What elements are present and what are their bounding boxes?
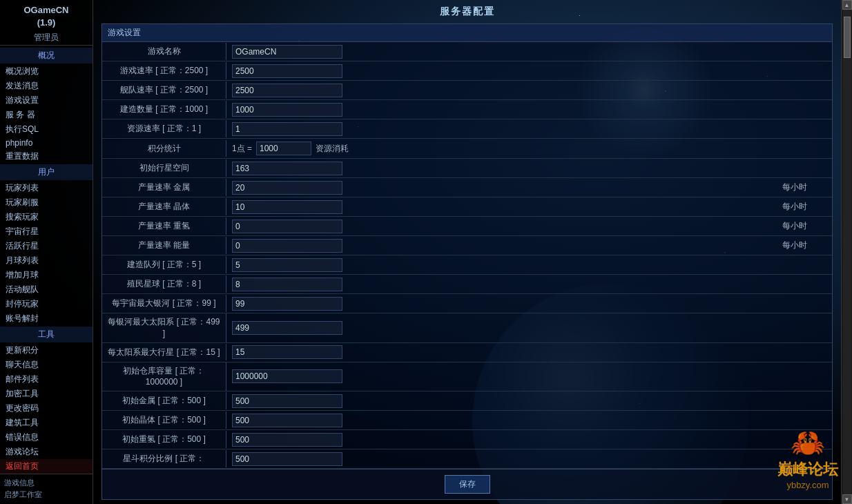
sidebar-item-build-tool[interactable]: 建筑工具 (0, 416, 93, 430)
config-row-metal-prod: 产量速率 金属 每小时 (102, 178, 832, 197)
config-row-resource-rate: 资源速率 [ 正常：1 ] (102, 119, 832, 139)
sidebar-item-game-settings[interactable]: 游戏设置 (0, 93, 93, 108)
input-build-count[interactable] (232, 103, 342, 117)
input-init-crystal[interactable] (232, 414, 342, 427)
sidebar-item-active-planet[interactable]: 活跃行星 (0, 239, 93, 253)
label-planet-space: 初始行星空间 (102, 159, 226, 177)
config-row-warehouse: 初始仓库容量 [ 正常：1000000 ] (102, 362, 832, 392)
input-resource-rate[interactable] (232, 122, 342, 136)
input-game-name[interactable] (232, 45, 342, 59)
value-game-speed (226, 62, 832, 80)
input-metal-prod[interactable] (232, 181, 342, 195)
input-warehouse[interactable] (232, 369, 342, 383)
sidebar-item-server[interactable]: 服 务 器 (0, 108, 93, 122)
sidebar-item-send-message[interactable]: 发送消息 (0, 79, 93, 93)
sidebar-item-ban-player[interactable]: 封停玩家 (0, 297, 93, 311)
sidebar-item-mail-list[interactable]: 邮件列表 (0, 372, 93, 387)
extra-metal-prod: 每小时 (777, 180, 832, 195)
config-section: 游戏设置 游戏名称 游戏速率 [ 正常：2500 ] 舰队速率 [ 正常：250… (101, 23, 833, 500)
input-max-solar[interactable] (232, 321, 342, 335)
value-game-name (226, 43, 832, 61)
game-info-link[interactable]: 游戏信息 (4, 477, 88, 489)
value-energy-prod (226, 237, 777, 255)
config-row-max-galaxy: 每宇宙最大银河 [ 正常：99 ] (102, 294, 832, 313)
config-row-init-crystal: 初始晶体 [ 正常：500 ] (102, 411, 832, 430)
label-crystal-prod: 产量速率 晶体 (102, 198, 226, 215)
value-resource-rate (226, 120, 832, 138)
value-points: 1点 = 资源消耗 (226, 139, 832, 158)
sidebar-item-execute-sql[interactable]: 执行SQL (0, 122, 93, 137)
config-row-deut-prod: 产量速率 重氢 每小时 (102, 217, 832, 236)
label-init-deut: 初始重氢 [ 正常：500 ] (102, 431, 226, 448)
config-row-build-queue: 建造队列 [ 正常：5 ] (102, 255, 832, 275)
config-row-score-ratio: 星斗积分比例 [ 正常： (102, 449, 832, 469)
value-colony-planets (226, 275, 832, 293)
input-planet-space[interactable] (232, 162, 342, 175)
sidebar-admin: 管理员 (0, 30, 93, 46)
sidebar-logo: OGameCN (1.9) (0, 0, 93, 30)
input-init-metal[interactable] (232, 394, 342, 408)
scroll-up[interactable]: ▲ (842, 0, 852, 10)
input-fleet-speed[interactable] (232, 84, 342, 97)
scrollbar[interactable]: ▲ ▼ (841, 0, 852, 504)
input-points-value[interactable] (256, 142, 311, 155)
value-score-ratio (226, 450, 832, 468)
studio-link[interactable]: 启梦工作室 (4, 489, 88, 501)
label-max-galaxy: 每宇宙最大银河 [ 正常：99 ] (102, 295, 226, 312)
value-deut-prod (226, 217, 777, 235)
sidebar-item-moon-list[interactable]: 月球列表 (0, 253, 93, 268)
sidebar-item-add-moon[interactable]: 增加月球 (0, 268, 93, 282)
config-row-fleet-speed: 舰队速率 [ 正常：2500 ] (102, 81, 832, 100)
sidebar-item-unban-account[interactable]: 账号解封 (0, 311, 93, 326)
input-crystal-prod[interactable] (232, 200, 342, 214)
label-score-ratio: 星斗积分比例 [ 正常： (102, 450, 226, 467)
label-build-count: 建造数量 [ 正常：1000 ] (102, 101, 226, 118)
label-init-metal: 初始金属 [ 正常：500 ] (102, 392, 226, 409)
sidebar-item-return-home[interactable]: 返回首页 (0, 459, 93, 474)
input-max-planets[interactable] (232, 345, 342, 359)
value-init-metal (226, 392, 832, 410)
value-max-galaxy (226, 295, 832, 313)
submit-button[interactable]: 保存 (445, 475, 490, 494)
sidebar-item-game-forum[interactable]: 游戏论坛 (0, 445, 93, 459)
sidebar-item-phpinfo[interactable]: phpinfo (0, 137, 93, 149)
sidebar-item-reset-data[interactable]: 重置数据 (0, 149, 93, 164)
config-row-energy-prod: 产量速率 能量 每小时 (102, 236, 832, 255)
config-section-title: 游戏设置 (102, 24, 832, 42)
extra-deut-prod: 每小时 (777, 218, 832, 234)
sidebar-bottom: 游戏信息 启梦工作室 (0, 474, 93, 503)
value-fleet-speed (226, 81, 832, 99)
input-deut-prod[interactable] (232, 220, 342, 233)
input-max-galaxy[interactable] (232, 297, 342, 311)
sidebar-item-overview-browse[interactable]: 概况浏览 (0, 64, 93, 79)
label-metal-prod: 产量速率 金属 (102, 179, 226, 196)
sidebar-item-chat-info[interactable]: 聊天信息 (0, 358, 93, 372)
config-row-crystal-prod: 产量速率 晶体 每小时 (102, 197, 832, 217)
input-build-queue[interactable] (232, 258, 342, 272)
sidebar-item-update-points[interactable]: 更新积分 (0, 343, 93, 358)
sidebar-item-change-password[interactable]: 更改密码 (0, 401, 93, 416)
input-score-ratio[interactable] (232, 452, 342, 466)
forum-title: 巅峰论坛 (777, 459, 838, 480)
sidebar-item-error-info[interactable]: 错误信息 (0, 430, 93, 445)
points-suffix: 资源消耗 (316, 143, 349, 155)
input-energy-prod[interactable] (232, 239, 342, 253)
sidebar-item-player-service[interactable]: 玩家刷服 (0, 195, 93, 210)
sidebar-item-search-player[interactable]: 搜索玩家 (0, 210, 93, 224)
value-build-count (226, 101, 832, 119)
sidebar-item-universe-planet[interactable]: 宇宙行星 (0, 224, 93, 239)
scroll-thumb[interactable] (844, 17, 851, 58)
sidebar-item-encrypt-tool[interactable]: 加密工具 (0, 387, 93, 401)
scroll-down[interactable]: ▼ (842, 494, 852, 504)
sidebar-item-active-fleet[interactable]: 活动舰队 (0, 282, 93, 297)
label-build-queue: 建造队列 [ 正常：5 ] (102, 256, 226, 273)
value-build-queue (226, 256, 832, 274)
scroll-track[interactable] (843, 10, 851, 494)
config-row-colony-planets: 殖民星球 [ 正常：8 ] (102, 275, 832, 294)
label-energy-prod: 产量速率 能量 (102, 237, 226, 254)
input-game-speed[interactable] (232, 64, 342, 78)
input-init-deut[interactable] (232, 433, 342, 447)
sidebar-item-player-list[interactable]: 玩家列表 (0, 181, 93, 195)
value-crystal-prod (226, 198, 777, 216)
input-colony-planets[interactable] (232, 278, 342, 291)
